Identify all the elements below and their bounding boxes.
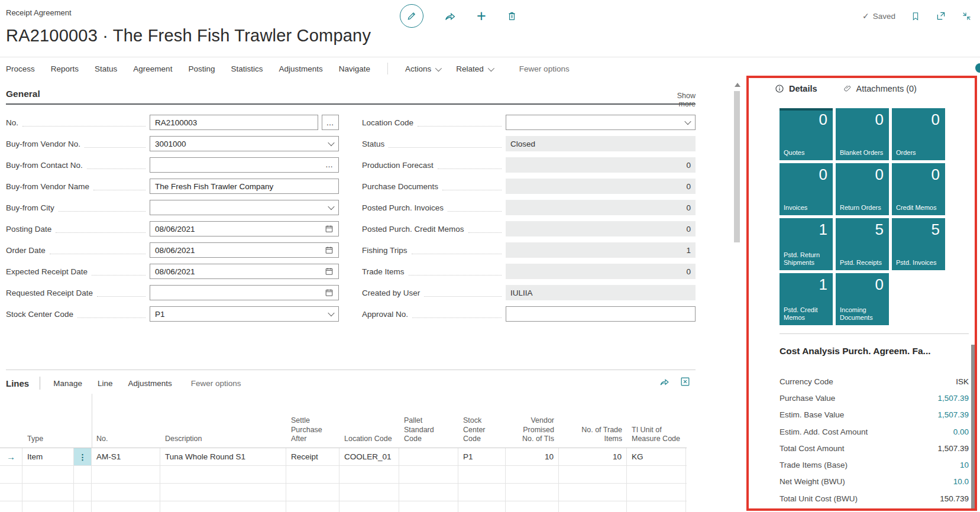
open-in-excel-icon[interactable] [680,376,691,387]
col-pallet-standard-code[interactable]: Pallet Standard Code [399,416,458,448]
receipt-agreement-page: Receipt Agreement + ✓ Saved [0,0,980,512]
buy-from-vendor-no-input[interactable]: 3001000 [150,136,339,151]
menu-posting[interactable]: Posting [188,64,215,73]
open-in-new-window-button[interactable] [936,11,946,21]
posted-purch-credit-memos-value: 0 [506,221,696,236]
plus-icon: + [477,8,486,24]
cue-pstd-invoices[interactable]: 5Pstd. Invoices [892,218,945,270]
cell-ti-unit-of-measure-code[interactable]: KG [627,448,686,465]
order-date-input[interactable]: 08/06/2021 [150,242,339,258]
col-no-of-trade-items[interactable]: No. of Trade Items [559,426,627,448]
approval-no-input[interactable] [506,306,696,322]
no-assist-button[interactable]: … [322,115,339,130]
col-stock-center-code[interactable]: Stock Center Code [458,416,506,448]
lines-menu-adjustments[interactable]: Adjustments [128,379,172,388]
empty-table-row[interactable] [0,501,687,512]
lines-menu-line[interactable]: Line [98,379,113,388]
cost-row-trade-items-base: Trade Items (Base)10 [780,456,969,473]
buy-from-vendor-name-input[interactable]: The Fresh Fish Trawler Company [150,179,339,194]
menu-navigate[interactable]: Navigate [339,64,370,73]
cue-invoices[interactable]: 0Invoices [780,163,833,215]
cue-credit-memos[interactable]: 0Credit Memos [892,163,945,215]
menu-related[interactable]: Related [456,64,493,73]
cue-blanket-orders[interactable]: 0Blanket Orders [836,108,889,160]
col-settle-purchase-after[interactable]: Settle Purchase After [286,416,339,448]
table-row[interactable]: → Item ⋮ AM-S1 Tuna Whole Round S1 Recei… [0,448,687,466]
chevron-down-icon[interactable] [329,206,334,209]
menu-reports[interactable]: Reports [51,64,79,73]
calendar-icon[interactable] [325,246,334,255]
cell-no[interactable]: AM-S1 [92,448,160,465]
col-no[interactable]: No. [92,435,160,448]
cell-stock-center-code[interactable]: P1 [458,448,506,465]
tab-attachments[interactable]: Attachments (0) [843,84,917,93]
cell-location-code[interactable]: COOLER_01 [339,448,399,465]
share-button[interactable] [444,9,457,22]
lines-fewer-options-link[interactable]: Fewer options [191,379,241,388]
cue-incoming-documents[interactable]: 0Incoming Documents [836,273,889,325]
minimize-button[interactable] [962,11,972,21]
cell-description[interactable]: Tuna Whole Round S1 [160,448,286,465]
scrollbar-up-arrow[interactable] [735,83,740,87]
cue-pstd-receipts[interactable]: 5Pstd. Receipts [836,218,889,270]
cell-pallet-standard-code[interactable] [399,448,458,465]
col-location-code[interactable]: Location Code [339,435,399,448]
col-description[interactable]: Description [160,435,286,448]
lines-section-divider [6,370,696,370]
chevron-down-icon[interactable] [685,121,690,124]
location-code-input[interactable] [506,115,696,130]
field-buy-from-vendor-name: Buy-from Vendor Name The Fresh Fish Traw… [6,179,339,194]
empty-table-row[interactable] [0,466,687,484]
cue-quotes[interactable]: 0Quotes [780,108,833,160]
factbox-scrollbar[interactable] [971,345,976,508]
saved-check-icon: ✓ [862,11,869,21]
tab-details[interactable]: Details [775,84,817,93]
menu-process[interactable]: Process [6,64,35,73]
cell-no-of-trade-items[interactable]: 10 [559,448,627,465]
menu-adjustments[interactable]: Adjustments [279,64,322,73]
field-posted-purch-invoices: Posted Purch. Invoices 0 [362,200,696,215]
stock-center-code-input[interactable]: P1 [150,306,339,322]
bookmark-button[interactable] [911,11,920,22]
edit-button[interactable] [400,4,423,28]
menu-agreement[interactable]: Agreement [133,64,172,73]
cue-orders[interactable]: 0Orders [892,108,945,160]
menu-actions[interactable]: Actions [405,64,440,73]
menu-statistics[interactable]: Statistics [231,64,263,73]
no-input[interactable]: RA2100003 [150,115,318,130]
lines-heading: Lines [6,378,29,388]
calendar-icon[interactable] [325,267,334,276]
chevron-down-icon[interactable] [329,313,334,316]
col-type[interactable]: Type [22,435,74,448]
ellipsis-icon[interactable]: … [325,160,334,168]
requested-receipt-date-input[interactable] [150,285,339,300]
menu-status[interactable]: Status [95,64,117,73]
posting-date-input[interactable]: 08/06/2021 [150,221,339,236]
field-created-by-user: Created by User IULIIA [362,285,696,300]
cue-pstd-return-shipments[interactable]: 1Pstd. Return Shipments [780,218,833,270]
fewer-options-link[interactable]: Fewer options [519,64,570,73]
new-button[interactable]: + [477,8,486,24]
lines-menu-manage[interactable]: Manage [53,379,82,388]
trade-items-value: 0 [506,264,696,279]
cue-pstd-credit-memos[interactable]: 1Pstd. Credit Memos [780,273,833,325]
empty-table-row[interactable] [0,484,687,501]
col-ti-unit-of-measure-code[interactable]: TI Unit of Measure Code [627,426,686,448]
show-more-link[interactable]: Show more [661,92,696,108]
buy-from-contact-no-input[interactable]: … [150,157,339,173]
buy-from-city-input[interactable] [150,200,339,215]
factbox-tabs: Details Attachments (0) [775,84,917,93]
expected-receipt-date-input[interactable]: 08/06/2021 [150,264,339,279]
share-icon[interactable] [659,376,670,387]
col-vendor-promised-no-of-tis[interactable]: Vendor Promised No. of TIs [506,416,559,448]
chevron-down-icon[interactable] [329,142,334,145]
cell-type[interactable]: Item [22,448,74,465]
calendar-icon[interactable] [325,225,334,234]
main-scrollbar[interactable] [734,91,740,242]
cue-return-orders[interactable]: 0Return Orders [836,163,889,215]
cell-settle-purchase-after[interactable]: Receipt [286,448,339,465]
cell-vendor-promised-no-of-tis[interactable]: 10 [506,448,559,465]
calendar-icon[interactable] [325,289,334,297]
row-menu-button[interactable]: ⋮ [74,448,92,465]
delete-button[interactable] [506,10,518,22]
